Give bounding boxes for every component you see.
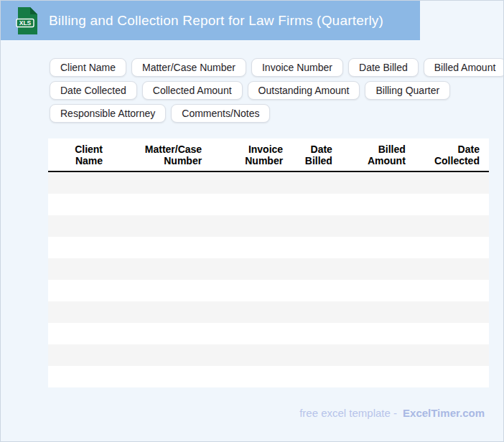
table-row <box>48 323 489 344</box>
table-cell <box>112 237 211 258</box>
table-row <box>48 194 489 215</box>
table-row <box>48 172 489 194</box>
table-cell <box>211 172 292 194</box>
table-cell <box>292 215 342 237</box>
table-cell <box>342 280 415 301</box>
table-cell <box>342 194 415 215</box>
table-cell <box>415 344 489 366</box>
table-cell <box>342 258 415 280</box>
table-cell <box>48 237 112 258</box>
chip-row: Client NameMatter/Case NumberInvoice Num… <box>50 58 495 77</box>
table-cell <box>112 366 211 387</box>
table-cell <box>415 258 489 280</box>
column-header-line2: Name <box>75 155 103 166</box>
table-row <box>48 301 489 323</box>
table-cell <box>211 215 292 237</box>
column-header-line2: Number <box>164 155 202 166</box>
table-cell <box>211 194 292 215</box>
footer: free excel template -ExcelTimer.com <box>299 407 485 419</box>
column-header-line2: Number <box>245 155 283 166</box>
table-cell <box>292 366 342 387</box>
table-cell <box>112 280 211 301</box>
table-cell <box>342 301 415 323</box>
table-cell <box>211 323 292 344</box>
chip-responsible-attorney[interactable]: Responsible Attorney <box>50 104 166 123</box>
column-header-line1: Matter/Case <box>145 144 202 155</box>
column-header-billed-amount: BilledAmount <box>342 138 415 171</box>
table-cell <box>112 301 211 323</box>
table-cell <box>415 215 489 237</box>
chip-date-billed[interactable]: Date Billed <box>348 58 419 77</box>
table-row <box>48 258 489 280</box>
chip-collected-amount[interactable]: Collected Amount <box>142 81 243 100</box>
table-cell <box>112 258 211 280</box>
chip-billed-amount[interactable]: Billed Amount <box>424 58 504 77</box>
column-header-line1: Date <box>311 144 332 155</box>
table-row <box>48 215 489 237</box>
footer-brand-link[interactable]: ExcelTimer.com <box>403 407 485 419</box>
table-cell <box>112 215 211 237</box>
table-cell <box>292 172 342 194</box>
table-cell <box>211 366 292 387</box>
table-cell <box>292 194 342 215</box>
chip-row: Date CollectedCollected AmountOutstandin… <box>50 81 495 100</box>
table-cell <box>415 323 489 344</box>
column-header-line2: Billed <box>305 155 332 166</box>
page: { "colors": { "header_bg": "#8CB8E5", "p… <box>0 0 504 442</box>
column-header-date-collected: DateCollected <box>415 138 489 171</box>
table-cell <box>211 237 292 258</box>
chip-client-name[interactable]: Client Name <box>50 58 126 77</box>
table-cell <box>48 301 112 323</box>
table-cell <box>48 215 112 237</box>
table-cell <box>415 194 489 215</box>
column-header-date-billed: DateBilled <box>292 138 342 171</box>
table-cell <box>211 301 292 323</box>
chip-billing-quarter[interactable]: Billing Quarter <box>365 81 450 100</box>
chip-matter-case-number[interactable]: Matter/Case Number <box>131 58 246 77</box>
page-title: Billing and Collection Report for Law Fi… <box>49 13 383 29</box>
table-cell <box>292 301 342 323</box>
table-cell <box>415 280 489 301</box>
column-header-matter-case-number: Matter/CaseNumber <box>112 138 211 171</box>
chip-outstanding-amount[interactable]: Outstanding Amount <box>248 81 360 100</box>
table-cell <box>292 280 342 301</box>
table-cell <box>415 301 489 323</box>
chip-comments-notes[interactable]: Comments/Notes <box>171 104 270 123</box>
table-cell <box>48 172 112 194</box>
table-cell <box>342 172 415 194</box>
xls-file-icon: XLS <box>16 7 37 34</box>
table-header-row: ClientNameMatter/CaseNumberInvoiceNumber… <box>48 138 489 172</box>
table-body <box>48 172 489 387</box>
table-cell <box>211 344 292 366</box>
column-header-line1: Invoice <box>248 144 283 155</box>
column-header-line2: Collected <box>434 155 480 166</box>
table-cell <box>292 258 342 280</box>
table-cell <box>112 344 211 366</box>
table-cell <box>48 323 112 344</box>
table-cell <box>48 258 112 280</box>
chip-row: Responsible AttorneyComments/Notes <box>50 104 495 123</box>
column-header-line1: Billed <box>378 144 406 155</box>
table-row <box>48 366 489 387</box>
chip-date-collected[interactable]: Date Collected <box>50 81 137 100</box>
table-cell <box>342 215 415 237</box>
column-header-client-name: ClientName <box>48 138 112 171</box>
table-cell <box>292 344 342 366</box>
column-header-line1: Date <box>458 144 480 155</box>
table-cell <box>112 323 211 344</box>
chip-invoice-number[interactable]: Invoice Number <box>251 58 343 77</box>
table-cell <box>211 280 292 301</box>
xls-icon-label: XLS <box>19 19 32 27</box>
table-cell <box>415 172 489 194</box>
table-cell <box>292 237 342 258</box>
table-cell <box>342 237 415 258</box>
footer-label: free excel template - <box>299 407 397 419</box>
table-cell <box>292 323 342 344</box>
table-row <box>48 280 489 301</box>
billing-table: ClientNameMatter/CaseNumberInvoiceNumber… <box>48 138 489 387</box>
table-cell <box>48 344 112 366</box>
field-chips-section: Client NameMatter/Case NumberInvoice Num… <box>50 58 495 123</box>
column-header-line2: Amount <box>368 155 406 166</box>
table-cell <box>415 237 489 258</box>
table-cell <box>211 258 292 280</box>
